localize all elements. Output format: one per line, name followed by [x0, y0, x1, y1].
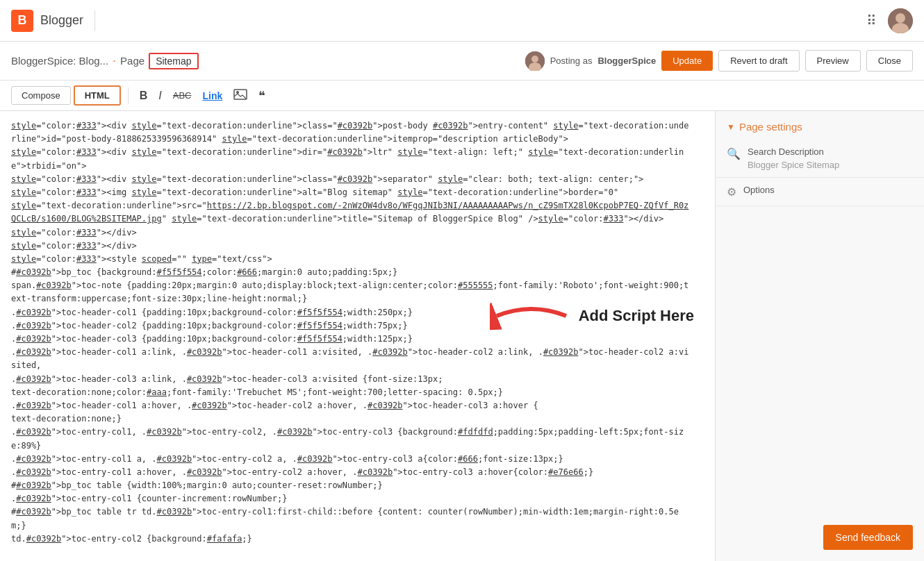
- revert-to-draft-button[interactable]: Revert to draft: [718, 50, 799, 72]
- search-icon: 🔍: [727, 147, 741, 160]
- editor-area: style="color:#333"><div style="text-deco…: [0, 111, 716, 561]
- bold-button[interactable]: B: [135, 87, 152, 105]
- strikethrough-button[interactable]: ABC: [169, 87, 196, 103]
- chevron-down-icon: ▼: [727, 122, 735, 132]
- breadcrumb-title: BloggerSpice: Blog...: [11, 55, 108, 67]
- top-bar-right: ⠿: [866, 8, 913, 33]
- italic-button[interactable]: I: [154, 87, 165, 105]
- breadcrumb: BloggerSpice: Blog... · Page Sitemap: [11, 53, 517, 69]
- action-bar: BloggerSpice: Blog... · Page Sitemap Pos…: [0, 42, 924, 81]
- close-button[interactable]: Close: [866, 50, 913, 72]
- gear-icon: ⚙: [727, 185, 736, 199]
- posting-as: Posting as BloggerSpice: [525, 51, 657, 71]
- search-description-label: Search Description: [748, 146, 913, 157]
- tab-html[interactable]: HTML: [74, 85, 121, 106]
- posting-avatar: [525, 51, 545, 71]
- posting-name: BloggerSpice: [597, 56, 656, 66]
- top-bar-divider: [94, 10, 95, 31]
- image-button[interactable]: [229, 86, 251, 105]
- page-settings-label: Page settings: [739, 121, 802, 133]
- options-label: Options: [743, 185, 913, 195]
- breadcrumb-page: Page: [120, 55, 145, 67]
- search-description-content: Search Description Blogger Spice Sitemap: [748, 146, 913, 170]
- svg-point-4: [531, 56, 538, 62]
- quote-button[interactable]: ❝: [254, 85, 270, 106]
- update-button[interactable]: Update: [661, 51, 713, 71]
- action-bar-right: Posting as BloggerSpice Update Revert to…: [525, 50, 913, 72]
- search-description-value: Blogger Spice Sitemap: [748, 160, 913, 170]
- search-description-item[interactable]: 🔍 Search Description Blogger Spice Sitem…: [716, 140, 924, 178]
- sidebar-section-title: ▼ Page settings: [716, 111, 924, 140]
- editor-toolbar: Compose HTML B I ABC Link ❝: [0, 81, 924, 111]
- breadcrumb-dot: ·: [113, 53, 116, 68]
- tab-compose[interactable]: Compose: [11, 86, 71, 105]
- options-item[interactable]: ⚙ Options: [716, 178, 924, 206]
- toolbar-separator: [128, 87, 129, 104]
- preview-button[interactable]: Preview: [805, 50, 861, 72]
- sidebar: ▼ Page settings 🔍 Search Description Blo…: [716, 111, 924, 561]
- blogger-logo-icon: B: [11, 10, 33, 32]
- avatar[interactable]: [888, 8, 913, 33]
- posting-as-label: Posting as: [550, 56, 593, 66]
- options-content: Options: [743, 185, 913, 198]
- top-bar: B Blogger ⠿: [0, 0, 924, 42]
- app-name: Blogger: [40, 13, 83, 28]
- svg-point-1: [896, 13, 905, 23]
- breadcrumb-sitemap: Sitemap: [149, 53, 198, 69]
- editor-content[interactable]: style="color:#333"><div style="text-deco…: [0, 111, 704, 561]
- link-button[interactable]: Link: [199, 87, 227, 104]
- send-feedback-button[interactable]: Send feedback: [823, 525, 913, 550]
- blogger-logo: B Blogger: [11, 10, 83, 32]
- grid-icon[interactable]: ⠿: [866, 12, 877, 29]
- main-layout: style="color:#333"><div style="text-deco…: [0, 111, 924, 561]
